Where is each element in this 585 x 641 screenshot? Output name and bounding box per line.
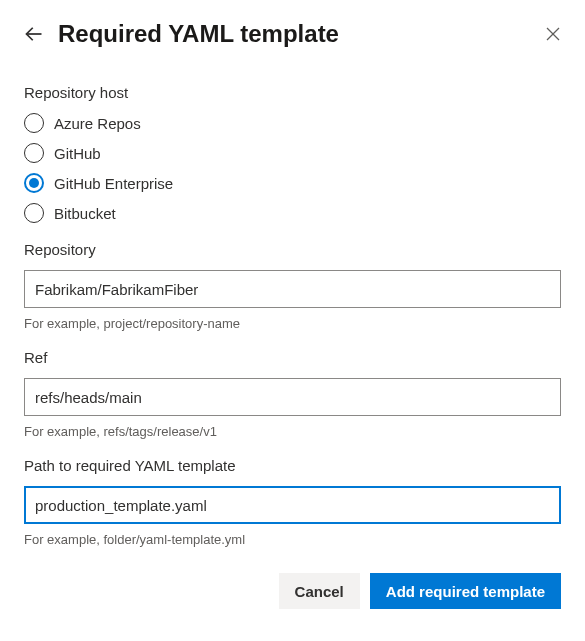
cancel-button[interactable]: Cancel <box>279 573 360 609</box>
radio-label: Azure Repos <box>54 115 141 132</box>
close-icon[interactable] <box>545 26 561 42</box>
radio-option-azure-repos[interactable]: Azure Repos <box>24 113 561 133</box>
radio-option-bitbucket[interactable]: Bitbucket <box>24 203 561 223</box>
dialog-footer: Cancel Add required template <box>24 573 561 609</box>
dialog-header: Required YAML template <box>24 20 561 48</box>
radio-option-github[interactable]: GitHub <box>24 143 561 163</box>
repository-input[interactable] <box>24 270 561 308</box>
radio-circle-icon <box>24 203 44 223</box>
radio-option-github-enterprise[interactable]: GitHub Enterprise <box>24 173 561 193</box>
radio-circle-icon <box>24 113 44 133</box>
ref-input[interactable] <box>24 378 561 416</box>
path-helper: For example, folder/yaml-template.yml <box>24 532 561 547</box>
repository-helper: For example, project/repository-name <box>24 316 561 331</box>
path-input[interactable] <box>24 486 561 524</box>
repository-host-label: Repository host <box>24 84 561 101</box>
path-label: Path to required YAML template <box>24 457 561 474</box>
radio-label: GitHub <box>54 145 101 162</box>
ref-label: Ref <box>24 349 561 366</box>
radio-label: Bitbucket <box>54 205 116 222</box>
radio-label: GitHub Enterprise <box>54 175 173 192</box>
back-arrow-icon[interactable] <box>24 24 44 44</box>
add-required-template-button[interactable]: Add required template <box>370 573 561 609</box>
repository-label: Repository <box>24 241 561 258</box>
radio-circle-icon <box>24 173 44 193</box>
ref-helper: For example, refs/tags/release/v1 <box>24 424 561 439</box>
radio-circle-icon <box>24 143 44 163</box>
dialog-title: Required YAML template <box>58 20 531 48</box>
repository-host-radio-group: Azure Repos GitHub GitHub Enterprise Bit… <box>24 113 561 223</box>
